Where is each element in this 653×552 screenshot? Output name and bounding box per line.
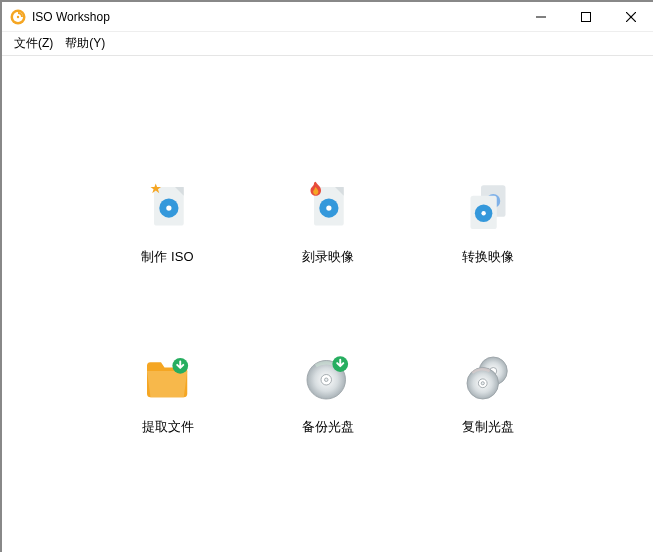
burn-image-icon: [296, 176, 360, 240]
action-burn-image[interactable]: 刻录映像: [296, 176, 360, 266]
action-label: 制作 ISO: [141, 248, 193, 266]
action-copy-disc[interactable]: 复制光盘: [456, 346, 520, 436]
svg-point-25: [324, 378, 328, 382]
action-label: 提取文件: [142, 418, 194, 436]
action-grid: 制作 ISO 刻录映像: [108, 176, 548, 436]
window-controls: [518, 2, 653, 31]
app-icon: [10, 9, 26, 25]
svg-point-31: [481, 382, 484, 385]
extract-files-icon: [136, 346, 200, 410]
action-label: 复制光盘: [462, 418, 514, 436]
menu-bar: 文件(Z) 帮助(Y): [2, 32, 653, 56]
maximize-button[interactable]: [563, 2, 608, 31]
close-button[interactable]: [608, 2, 653, 31]
menu-help[interactable]: 帮助(Y): [59, 33, 111, 54]
action-extract-files[interactable]: 提取文件: [136, 346, 200, 436]
backup-disc-icon: [296, 346, 360, 410]
copy-disc-icon: [456, 346, 520, 410]
menu-file[interactable]: 文件(Z): [8, 33, 59, 54]
svg-point-21: [481, 211, 485, 215]
action-convert-image[interactable]: 转换映像: [456, 176, 520, 266]
action-backup-disc[interactable]: 备份光盘: [296, 346, 360, 436]
window-title: ISO Workshop: [32, 10, 518, 24]
make-iso-icon: [136, 176, 200, 240]
svg-point-10: [166, 205, 171, 210]
action-label: 备份光盘: [302, 418, 354, 436]
svg-point-15: [326, 205, 331, 210]
action-label: 刻录映像: [302, 248, 354, 266]
svg-rect-4: [581, 12, 590, 21]
title-bar: ISO Workshop: [2, 2, 653, 32]
action-label: 转换映像: [462, 248, 514, 266]
convert-image-icon: [456, 176, 520, 240]
minimize-button[interactable]: [518, 2, 563, 31]
action-make-iso[interactable]: 制作 ISO: [136, 176, 200, 266]
svg-point-2: [17, 15, 19, 17]
main-content: 制作 ISO 刻录映像: [2, 56, 653, 552]
